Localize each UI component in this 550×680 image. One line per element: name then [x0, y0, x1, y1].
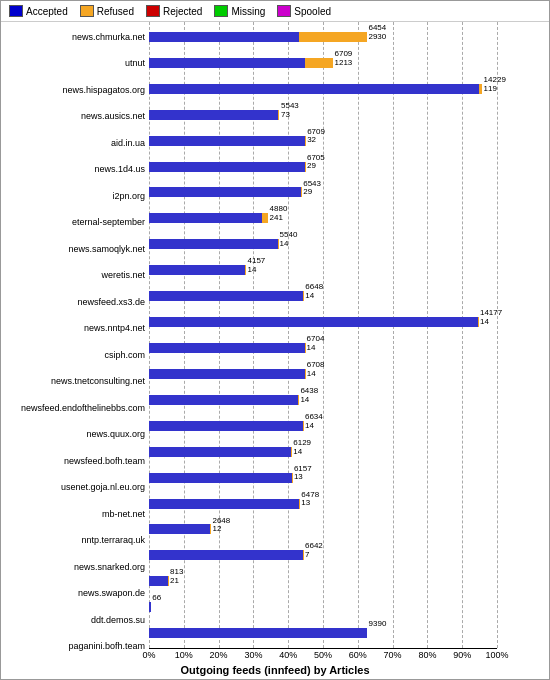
bar-row-16: 612914: [149, 439, 497, 465]
bar-value-secondary-3: 73: [281, 111, 299, 120]
x-tick-1: 10%: [175, 650, 193, 660]
bars-inner-0: [149, 31, 497, 42]
y-label-8: news.samoqlyk.net: [1, 245, 149, 254]
bar-row-8: 554014: [149, 231, 497, 257]
y-labels: news.chmurka.netutnutnews.hispagatos.org…: [1, 22, 149, 662]
bar-value-18: 647813: [301, 491, 319, 509]
bar-row-1: 67091213: [149, 50, 497, 76]
bar-segment-0-0: [149, 32, 299, 42]
bar-value-secondary-9: 14: [248, 266, 266, 275]
bar-value-secondary-15: 14: [305, 422, 323, 431]
y-label-21: news.swapon.de: [1, 589, 149, 598]
bar-value-5: 670529: [307, 154, 325, 172]
bar-row-10: 664814: [149, 283, 497, 309]
bar-segment-6-0: [149, 187, 301, 197]
bar-value-9: 415714: [248, 257, 266, 275]
bar-value-secondary-4: 32: [307, 136, 325, 145]
bar-value-secondary-5: 29: [307, 162, 325, 171]
bars-inner-21: [149, 576, 497, 587]
legend-item-missing: Missing: [214, 5, 265, 17]
bar-value-secondary-7: 241: [270, 214, 288, 223]
bar-row-14: 643814: [149, 387, 497, 413]
bar-value-0: 64542930: [368, 24, 386, 42]
bar-value-16: 612914: [293, 439, 311, 457]
bar-segment-10-0: [149, 291, 303, 301]
legend-label-accepted: Accepted: [26, 6, 68, 17]
y-label-20: news.snarked.org: [1, 563, 149, 572]
bar-segment-2-0: [149, 84, 479, 94]
bars-inner-1: [149, 57, 497, 68]
y-label-11: news.nntp4.net: [1, 324, 149, 333]
bar-segment-14-0: [149, 395, 298, 405]
y-label-9: weretis.net: [1, 271, 149, 280]
bar-segment-15-0: [149, 421, 303, 431]
y-label-15: news.quux.org: [1, 430, 149, 439]
y-label-22: ddt.demos.su: [1, 616, 149, 625]
bar-row-5: 670529: [149, 154, 497, 180]
bar-value-secondary-19: 12: [212, 525, 230, 534]
chart-area: news.chmurka.netutnutnews.hispagatos.org…: [1, 22, 549, 662]
bar-value-20: 66427: [305, 542, 323, 560]
right-margin: [497, 22, 549, 662]
bar-value-secondary-1: 1213: [335, 59, 353, 68]
bars-inner-6: [149, 187, 497, 198]
bar-segment-9-0: [149, 265, 245, 275]
legend-color-refused: [80, 5, 94, 17]
bar-value-secondary-6: 29: [303, 188, 321, 197]
x-axis-title: Outgoing feeds (innfeed) by Articles: [1, 662, 549, 679]
x-axis: 0%10%20%30%40%50%60%70%80%90%100%: [149, 648, 497, 662]
x-tick-9: 90%: [453, 650, 471, 660]
bar-value-secondary-20: 7: [305, 551, 323, 560]
legend-color-rejected: [146, 5, 160, 17]
bar-segment-4-0: [149, 136, 305, 146]
bar-segment-6-1: [301, 187, 302, 197]
bar-row-6: 654329: [149, 180, 497, 206]
bar-value-1: 67091213: [335, 50, 353, 68]
bar-value-secondary-0: 2930: [368, 33, 386, 42]
bars-inner-20: [149, 550, 497, 561]
bars-inner-18: [149, 498, 497, 509]
bar-row-18: 647813: [149, 491, 497, 517]
bar-value-11: 1417714: [480, 309, 502, 327]
bar-segment-8-0: [149, 239, 278, 249]
legend-label-spooled: Spooled: [294, 6, 331, 17]
bar-value-3: 554373: [281, 102, 299, 120]
bar-segment-16-0: [149, 447, 291, 457]
bar-segment-3-0: [149, 110, 278, 120]
bars-inner-16: [149, 446, 497, 457]
bar-row-3: 554373: [149, 102, 497, 128]
y-label-7: eternal-september: [1, 218, 149, 227]
legend-label-missing: Missing: [231, 6, 265, 17]
bars-inner-19: [149, 524, 497, 535]
bar-value-secondary-13: 14: [307, 370, 325, 379]
y-label-0: news.chmurka.net: [1, 33, 149, 42]
x-tick-10: 100%: [485, 650, 508, 660]
bar-segment-19-0: [149, 524, 210, 534]
bar-value-22: 66: [152, 594, 161, 603]
bar-value-6: 654329: [303, 180, 321, 198]
bar-segment-5-0: [149, 162, 305, 172]
y-label-5: news.1d4.us: [1, 165, 149, 174]
bar-value-2: 14229119: [484, 76, 506, 94]
bar-row-23: 9390: [149, 620, 497, 646]
bar-value-secondary-12: 14: [307, 344, 325, 353]
bar-value-10: 664814: [305, 283, 323, 301]
bar-row-13: 670814: [149, 361, 497, 387]
bar-segment-13-0: [149, 369, 305, 379]
bar-row-9: 415714: [149, 257, 497, 283]
bar-row-17: 615713: [149, 465, 497, 491]
y-label-12: csiph.com: [1, 351, 149, 360]
bar-row-12: 670414: [149, 335, 497, 361]
x-tick-6: 60%: [349, 650, 367, 660]
legend-label-rejected: Rejected: [163, 6, 202, 17]
bar-value-primary-22: 66: [152, 594, 161, 603]
bar-value-secondary-8: 14: [280, 240, 298, 249]
bars-inner-15: [149, 420, 497, 431]
legend-item-rejected: Rejected: [146, 5, 202, 17]
bar-value-secondary-10: 14: [305, 292, 323, 301]
bar-row-2: 14229119: [149, 76, 497, 102]
x-tick-4: 40%: [279, 650, 297, 660]
bars-inner-11: [149, 317, 497, 328]
bar-value-21: 81321: [170, 568, 183, 586]
bar-segment-17-0: [149, 473, 292, 483]
